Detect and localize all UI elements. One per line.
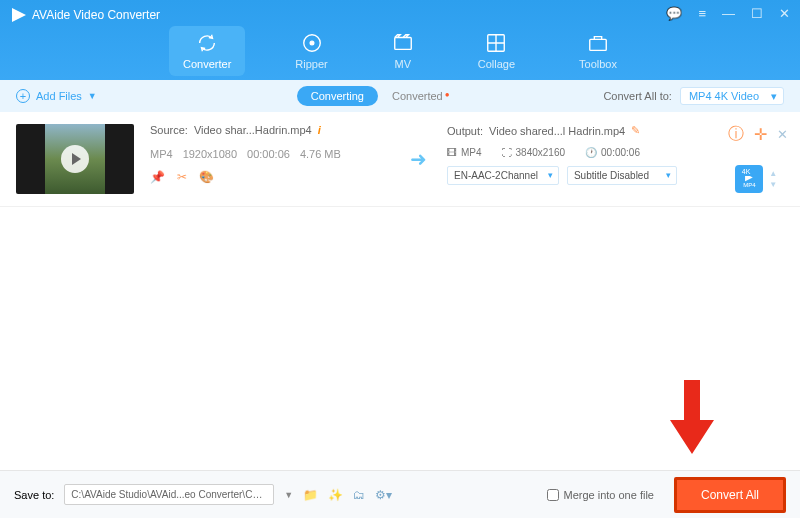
chevron-down-icon: ▼ (88, 91, 97, 101)
tab-converted[interactable]: Converted● (378, 86, 464, 106)
play-icon[interactable] (61, 145, 89, 173)
pin-icon[interactable]: 📌 (150, 170, 165, 184)
output-label: Output: (447, 125, 483, 137)
film-icon: 🎞 (447, 147, 457, 158)
app-title-text: AVAide Video Converter (32, 8, 160, 22)
arrow-right-icon: ➜ (410, 147, 427, 171)
merge-checkbox-input[interactable] (547, 489, 559, 501)
subtitle-select[interactable]: Subtitle Disabled (567, 166, 677, 185)
edit-icon[interactable]: ✎ (631, 124, 640, 137)
source-resolution: 1920x1080 (183, 148, 237, 160)
svg-point-1 (310, 41, 314, 45)
source-filename: Video shar...Hadrin.mp4 (194, 124, 312, 136)
app-title: AVAide Video Converter (12, 8, 160, 22)
save-to-label: Save to: (14, 489, 54, 501)
enhance-icon[interactable]: ✨ (328, 488, 343, 502)
source-label: Source: (150, 124, 188, 136)
mv-icon (392, 32, 414, 54)
nav-collage[interactable]: Collage (464, 26, 529, 76)
converter-icon (196, 32, 218, 54)
merge-checkbox[interactable]: Merge into one file (547, 489, 654, 501)
add-files-button[interactable]: + Add Files ▼ (16, 89, 97, 103)
nav-mv[interactable]: MV (378, 26, 428, 76)
remove-row-icon[interactable]: ✕ (777, 127, 788, 142)
tab-converting[interactable]: Converting (297, 86, 378, 106)
annotation-arrow (670, 380, 714, 454)
cut-icon[interactable]: ✂ (177, 170, 187, 184)
svg-rect-4 (590, 39, 607, 50)
badge-dot: ● (445, 90, 450, 99)
path-dropdown-icon[interactable]: ▼ (284, 490, 293, 500)
move-up-icon[interactable]: ▲ (769, 169, 777, 178)
nav-ripper[interactable]: Ripper (281, 26, 341, 76)
app-logo-icon (12, 8, 26, 22)
output-filename: Video shared...l Hadrin.mp4 (489, 125, 625, 137)
plus-icon: + (16, 89, 30, 103)
svg-rect-2 (394, 38, 411, 50)
maximize-icon[interactable]: ☐ (751, 6, 763, 21)
convert-all-to-label: Convert All to: (603, 90, 671, 102)
expand-icon: ⛶ (502, 147, 512, 158)
open-folder-icon[interactable]: 📁 (303, 488, 318, 502)
quality-badge: 4K (739, 167, 754, 176)
convert-all-button[interactable]: Convert All (674, 477, 786, 513)
save-path-input[interactable]: C:\AVAide Studio\AVAid...eo Converter\Co… (64, 484, 274, 505)
close-icon[interactable]: ✕ (779, 6, 790, 21)
output-format-select[interactable]: MP4 4K Video (680, 87, 784, 105)
palette-icon[interactable]: 🎨 (199, 170, 214, 184)
video-thumbnail[interactable] (16, 124, 134, 194)
task-list-icon[interactable]: 🗂 (353, 488, 365, 502)
source-duration: 00:00:06 (247, 148, 290, 160)
row-info-icon[interactable]: ⓘ (728, 124, 744, 145)
file-row: Source: Video shar...Hadrin.mp4 i MP4 19… (0, 112, 800, 207)
nav-toolbox[interactable]: Toolbox (565, 26, 631, 76)
minimize-icon[interactable]: — (722, 6, 735, 21)
settings-icon[interactable]: ⚙▾ (375, 488, 392, 502)
clock-icon: 🕐 (585, 147, 597, 158)
move-down-icon[interactable]: ▼ (769, 180, 777, 189)
nav-converter[interactable]: Converter (169, 26, 245, 76)
audio-track-select[interactable]: EN-AAC-2Channel (447, 166, 559, 185)
toolbox-icon (587, 32, 609, 54)
source-size: 4.76 MB (300, 148, 341, 160)
source-container: MP4 (150, 148, 173, 160)
ripper-icon (301, 32, 323, 54)
menu-icon[interactable]: ≡ (698, 6, 706, 21)
collage-icon (485, 32, 507, 54)
feedback-icon[interactable]: 💬 (666, 6, 682, 21)
compress-icon[interactable]: ✛ (754, 125, 767, 144)
info-icon[interactable]: i (318, 124, 321, 136)
